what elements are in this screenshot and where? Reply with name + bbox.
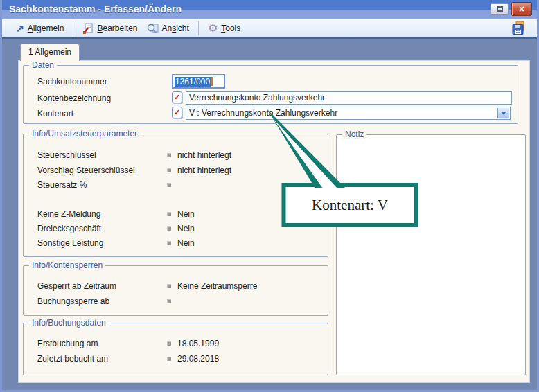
floppy-disk-icon: [511, 21, 526, 36]
info-label: Zuletzt bebucht am: [37, 354, 108, 364]
tab-allgemein[interactable]: 1 Allgemein: [20, 44, 80, 61]
kontenart-value: V : Verrechnungskonto Zahlungsverkehr: [189, 108, 337, 118]
required-check-icon: ✓: [172, 91, 182, 103]
titlebar: Sachkontenstamm - Erfassen/Ändern ×: [2, 0, 537, 19]
dropdown-arrow-button[interactable]: [497, 108, 509, 118]
menu-allgemein[interactable]: ↗ Allgemein: [12, 22, 68, 35]
info-label: Vorschlag Steuerschlüssel: [37, 166, 135, 175]
sachkontonummer-input[interactable]: 1361/000: [172, 74, 225, 89]
info-value: Nein: [177, 209, 195, 219]
field-label-sachkontonummer: Sachkontonummer: [37, 77, 107, 87]
groupbox-daten-legend: Daten: [29, 60, 57, 70]
bullet-icon: [167, 299, 171, 303]
info-value: 18.05.1999: [177, 339, 219, 348]
magnifier-icon: [146, 23, 159, 34]
dialog-area: 1 Allgemein Daten Sachkontonummer 1361/0…: [2, 40, 537, 390]
minimize-button[interactable]: [491, 3, 509, 15]
menu-tools-label: Tools: [221, 24, 240, 33]
callout-text: Kontenart: V: [283, 185, 416, 225]
close-button[interactable]: ×: [511, 2, 532, 16]
info-value: 29.08.2018: [177, 354, 219, 364]
groupbox-notiz-legend: Notiz: [342, 130, 366, 139]
chevron-down-icon: [501, 112, 506, 115]
text-caret: [211, 77, 213, 86]
menu-bearbeiten[interactable]: Bearbeiten: [78, 21, 141, 35]
info-label: Buchungssperre ab: [37, 296, 109, 306]
info-label: Erstbuchung am: [37, 339, 98, 348]
info-label: Keine Z-Meldung: [37, 209, 100, 219]
toolbar-separator: [73, 21, 73, 35]
groupbox-kontensperren-legend: Info/Kontensperren: [29, 260, 105, 270]
groupbox-umsatzsteuer: Info/Umsatzsteuerparameter Steuerschlüss…: [23, 134, 328, 257]
app-window: Sachkontenstamm - Erfassen/Ändern × ↗ Al…: [0, 0, 539, 392]
info-value: Keine Zeitraumsperre: [177, 281, 257, 291]
info-label: Sonstige Leistung: [37, 238, 103, 248]
kontenbezeichnung-input[interactable]: Verrechnungskonto Zahlungsverkehr: [186, 91, 512, 105]
kontenbezeichnung-value: Verrechnungskonto Zahlungsverkehr: [189, 93, 325, 103]
menu-ansicht[interactable]: Ansicht: [142, 21, 193, 35]
bullet-icon: [167, 212, 171, 216]
bullet-icon: [167, 153, 171, 157]
info-value: Nein: [177, 238, 195, 248]
bullet-icon: [167, 241, 171, 245]
groupbox-daten: Daten Sachkontonummer 1361/000 Kontenbez…: [23, 65, 518, 124]
bullet-icon: [167, 168, 171, 172]
bullet-icon: [167, 226, 171, 231]
notiz-textarea[interactable]: [338, 139, 524, 373]
info-label: Steuersatz %: [37, 180, 87, 190]
content-panel: Daten Sachkontonummer 1361/000 Kontenbez…: [18, 60, 530, 383]
menu-bearbeiten-label: Bearbeiten: [97, 24, 137, 33]
menu-allgemein-label: Allgemein: [28, 24, 64, 33]
info-value: Nein: [177, 224, 195, 233]
groupbox-kontensperren: Info/Kontensperren Gesperrt ab Zeitraum …: [23, 265, 328, 316]
required-check-icon: ✓: [172, 107, 182, 118]
groupbox-notiz: Notiz: [336, 134, 526, 375]
toolbar: ↗ Allgemein Bearbeiten Ansicht ⚙: [2, 19, 537, 39]
kontenart-dropdown[interactable]: V : Verrechnungskonto Zahlungsverkehr: [186, 107, 511, 120]
tab-allgemein-label: 1 Allgemein: [28, 47, 71, 57]
info-value: nicht hinterlegt: [177, 166, 231, 175]
minimize-icon: [497, 6, 503, 12]
info-label: Gesperrt ab Zeitraum: [37, 281, 116, 291]
toolbar-separator: [198, 21, 199, 35]
sachkontonummer-value: 1361/000: [175, 77, 211, 87]
save-button[interactable]: [506, 19, 530, 37]
bullet-icon: [167, 357, 171, 361]
groupbox-buchungsdaten: Info/Buchungsdaten Erstbuchung am 18.05.…: [23, 323, 328, 375]
menu-tools[interactable]: ⚙ Tools: [204, 21, 245, 35]
field-label-kontenart: Kontenart: [37, 109, 73, 118]
groupbox-buchungsdaten-legend: Info/Buchungsdaten: [29, 318, 109, 328]
menu-ansicht-label: Ansicht: [162, 24, 189, 33]
info-label: Dreiecksgeschäft: [37, 224, 101, 233]
bullet-icon: [167, 284, 171, 288]
bullet-icon: [167, 341, 171, 346]
arrow-up-right-icon: ↗: [16, 24, 24, 33]
field-label-kontenbezeichnung: Kontenbezeichnung: [37, 93, 111, 103]
info-label: Steuerschlüssel: [37, 150, 96, 160]
window-title: Sachkontenstamm - Erfassen/Ändern: [9, 3, 182, 15]
info-value: nicht hinterlegt: [177, 150, 231, 160]
bullet-icon: [167, 183, 171, 187]
gears-icon: ⚙: [208, 23, 218, 34]
edit-page-icon: [82, 23, 94, 34]
groupbox-umsatzsteuer-legend: Info/Umsatzsteuerparameter: [29, 129, 140, 139]
close-icon: ×: [519, 3, 524, 15]
